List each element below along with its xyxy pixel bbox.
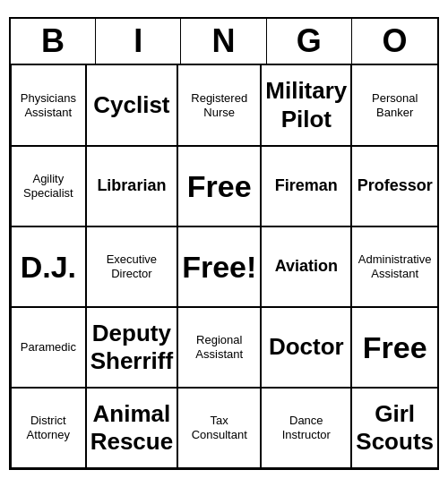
cell-text-12: Free! — [182, 249, 256, 286]
bingo-cell-8: Fireman — [261, 146, 351, 226]
header-letter-b: B — [11, 19, 96, 64]
bingo-cell-4: Personal Banker — [351, 65, 437, 146]
cell-text-24: Girl Scouts — [356, 400, 434, 456]
bingo-cell-6: Librarian — [86, 146, 178, 226]
bingo-cell-15: Paramedic — [11, 307, 86, 388]
bingo-cell-23: Dance Instructor — [261, 388, 351, 468]
cell-text-20: District Attorney — [15, 414, 82, 441]
cell-text-8: Fireman — [275, 176, 338, 196]
bingo-cell-19: Free — [351, 307, 437, 388]
cell-text-11: Executive Director — [90, 252, 174, 280]
bingo-cell-13: Aviation — [261, 226, 351, 307]
cell-text-6: Librarian — [97, 176, 166, 196]
cell-text-3: Military Pilot — [265, 77, 347, 132]
bingo-cell-16: Deputy Sherriff — [86, 307, 178, 388]
cell-text-4: Personal Banker — [356, 91, 434, 119]
bingo-cell-10: D.J. — [11, 226, 86, 307]
bingo-cell-17: Regional Assistant — [177, 307, 261, 388]
bingo-cell-18: Doctor — [261, 307, 351, 388]
cell-text-14: Administrative Assistant — [356, 252, 434, 280]
bingo-cell-2: Registered Nurse — [177, 65, 261, 146]
bingo-card: BINGO Physicians AssistantCyclistRegiste… — [9, 17, 439, 470]
bingo-cell-20: District Attorney — [11, 388, 86, 468]
bingo-cell-21: Animal Rescue — [86, 388, 178, 468]
cell-text-1: Cyclist — [93, 91, 169, 119]
header-letter-o: O — [352, 19, 437, 64]
cell-text-22: Tax Consultant — [182, 414, 256, 441]
cell-text-7: Free — [187, 168, 252, 205]
cell-text-9: Professor — [358, 176, 433, 196]
cell-text-10: D.J. — [21, 249, 76, 286]
cell-text-5: Agility Specialist — [15, 172, 82, 200]
cell-text-17: Regional Assistant — [182, 333, 256, 361]
cell-text-21: Animal Rescue — [90, 400, 174, 456]
bingo-cell-1: Cyclist — [86, 65, 178, 146]
bingo-cell-22: Tax Consultant — [177, 388, 261, 468]
cell-text-18: Doctor — [269, 333, 344, 361]
bingo-cell-12: Free! — [177, 226, 261, 307]
cell-text-19: Free — [363, 329, 427, 366]
bingo-cell-9: Professor — [351, 146, 437, 226]
header-letter-g: G — [267, 19, 352, 64]
cell-text-23: Dance Instructor — [265, 414, 347, 441]
bingo-header: BINGO — [11, 19, 437, 65]
header-letter-i: I — [96, 19, 181, 64]
cell-text-15: Paramedic — [21, 340, 76, 355]
header-letter-n: N — [181, 19, 266, 64]
cell-text-16: Deputy Sherriff — [90, 320, 174, 375]
cell-text-0: Physicians Assistant — [15, 91, 82, 119]
bingo-cell-5: Agility Specialist — [11, 146, 86, 226]
bingo-cell-24: Girl Scouts — [351, 388, 437, 468]
bingo-cell-7: Free — [177, 146, 261, 226]
bingo-cell-11: Executive Director — [86, 226, 178, 307]
bingo-cell-3: Military Pilot — [261, 65, 351, 146]
bingo-grid: Physicians AssistantCyclistRegistered Nu… — [11, 65, 437, 468]
bingo-cell-0: Physicians Assistant — [11, 65, 86, 146]
cell-text-13: Aviation — [275, 257, 338, 277]
cell-text-2: Registered Nurse — [182, 91, 256, 119]
bingo-cell-14: Administrative Assistant — [351, 226, 437, 307]
